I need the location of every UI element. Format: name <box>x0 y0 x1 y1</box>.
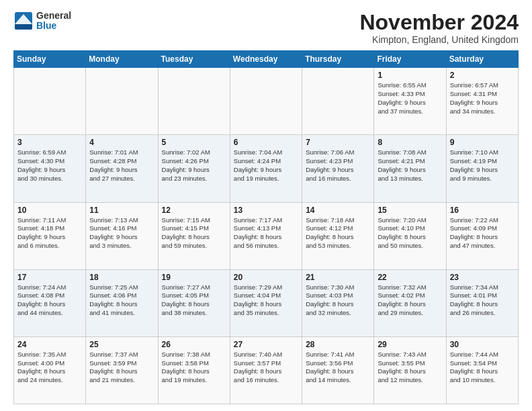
calendar-cell: 12Sunrise: 7:15 AM Sunset: 4:15 PM Dayli… <box>158 202 230 269</box>
day-number: 24 <box>17 340 82 349</box>
calendar-cell: 21Sunrise: 7:30 AM Sunset: 4:03 PM Dayli… <box>302 269 374 336</box>
day-info: Sunrise: 7:35 AM Sunset: 4:00 PM Dayligh… <box>17 351 82 385</box>
calendar-cell: 30Sunrise: 7:44 AM Sunset: 3:54 PM Dayli… <box>446 336 518 404</box>
weekday-header: Sunday <box>14 51 86 68</box>
calendar-body: 1Sunrise: 6:55 AM Sunset: 4:33 PM Daylig… <box>14 68 519 404</box>
day-number: 9 <box>450 138 515 147</box>
day-info: Sunrise: 7:32 AM Sunset: 4:02 PM Dayligh… <box>378 283 442 318</box>
day-number: 11 <box>89 205 154 215</box>
day-info: Sunrise: 7:10 AM Sunset: 4:19 PM Dayligh… <box>450 148 515 183</box>
title-section: November 2024 Kimpton, England, United K… <box>359 11 519 45</box>
calendar-cell: 22Sunrise: 7:32 AM Sunset: 4:02 PM Dayli… <box>374 269 446 336</box>
day-info: Sunrise: 7:13 AM Sunset: 4:16 PM Dayligh… <box>89 216 154 250</box>
day-info: Sunrise: 6:55 AM Sunset: 4:33 PM Dayligh… <box>378 81 442 116</box>
calendar-cell: 17Sunrise: 7:24 AM Sunset: 4:08 PM Dayli… <box>14 269 86 336</box>
calendar-cell: 26Sunrise: 7:38 AM Sunset: 3:58 PM Dayli… <box>158 336 230 404</box>
calendar-cell: 13Sunrise: 7:17 AM Sunset: 4:13 PM Dayli… <box>230 202 302 269</box>
day-info: Sunrise: 7:20 AM Sunset: 4:10 PM Dayligh… <box>378 216 442 250</box>
day-number: 28 <box>306 340 370 349</box>
calendar-week: 17Sunrise: 7:24 AM Sunset: 4:08 PM Dayli… <box>14 269 519 336</box>
day-info: Sunrise: 7:18 AM Sunset: 4:12 PM Dayligh… <box>306 216 370 250</box>
day-number: 25 <box>89 340 154 349</box>
calendar-cell: 2Sunrise: 6:57 AM Sunset: 4:31 PM Daylig… <box>446 68 518 135</box>
calendar-cell: 11Sunrise: 7:13 AM Sunset: 4:16 PM Dayli… <box>86 202 158 269</box>
day-number: 7 <box>306 138 370 147</box>
day-number: 16 <box>450 205 515 215</box>
day-number: 20 <box>234 273 298 282</box>
day-info: Sunrise: 7:34 AM Sunset: 4:01 PM Dayligh… <box>450 283 515 318</box>
day-info: Sunrise: 7:41 AM Sunset: 3:56 PM Dayligh… <box>306 351 370 385</box>
calendar-cell: 15Sunrise: 7:20 AM Sunset: 4:10 PM Dayli… <box>374 202 446 269</box>
day-number: 18 <box>89 273 154 282</box>
location: Kimpton, England, United Kingdom <box>359 34 519 45</box>
header: General Blue November 2024 Kimpton, Engl… <box>13 11 519 45</box>
calendar-cell: 28Sunrise: 7:41 AM Sunset: 3:56 PM Dayli… <box>302 336 374 404</box>
day-info: Sunrise: 7:30 AM Sunset: 4:03 PM Dayligh… <box>306 283 370 318</box>
calendar-cell: 27Sunrise: 7:40 AM Sunset: 3:57 PM Dayli… <box>230 336 302 404</box>
calendar-cell: 19Sunrise: 7:27 AM Sunset: 4:05 PM Dayli… <box>158 269 230 336</box>
calendar-cell <box>230 68 302 135</box>
day-number: 19 <box>162 273 226 282</box>
day-info: Sunrise: 7:27 AM Sunset: 4:05 PM Dayligh… <box>162 283 226 318</box>
day-number: 10 <box>17 205 82 215</box>
calendar-cell: 3Sunrise: 6:59 AM Sunset: 4:30 PM Daylig… <box>14 135 86 202</box>
day-number: 6 <box>234 138 298 147</box>
calendar-cell: 24Sunrise: 7:35 AM Sunset: 4:00 PM Dayli… <box>14 336 86 404</box>
day-number: 29 <box>378 340 442 349</box>
day-number: 23 <box>450 273 515 282</box>
day-info: Sunrise: 7:43 AM Sunset: 3:55 PM Dayligh… <box>378 351 442 385</box>
calendar-cell: 4Sunrise: 7:01 AM Sunset: 4:28 PM Daylig… <box>86 135 158 202</box>
svg-rect-2 <box>15 24 32 30</box>
day-number: 8 <box>378 138 442 147</box>
calendar-cell: 16Sunrise: 7:22 AM Sunset: 4:09 PM Dayli… <box>446 202 518 269</box>
day-number: 4 <box>89 138 154 147</box>
day-number: 1 <box>378 71 442 80</box>
calendar-cell: 5Sunrise: 7:02 AM Sunset: 4:26 PM Daylig… <box>158 135 230 202</box>
month-title: November 2024 <box>359 11 519 34</box>
logo-icon <box>13 11 34 31</box>
day-number: 5 <box>162 138 226 147</box>
day-number: 3 <box>17 138 82 147</box>
calendar-week: 1Sunrise: 6:55 AM Sunset: 4:33 PM Daylig… <box>14 68 519 135</box>
calendar-cell: 14Sunrise: 7:18 AM Sunset: 4:12 PM Dayli… <box>302 202 374 269</box>
calendar-cell: 7Sunrise: 7:06 AM Sunset: 4:23 PM Daylig… <box>302 135 374 202</box>
logo-blue: Blue <box>36 21 71 31</box>
calendar-week: 24Sunrise: 7:35 AM Sunset: 4:00 PM Dayli… <box>14 336 519 404</box>
calendar-cell <box>86 68 158 135</box>
day-number: 13 <box>234 205 298 215</box>
day-info: Sunrise: 7:25 AM Sunset: 4:06 PM Dayligh… <box>89 283 154 318</box>
calendar-header: SundayMondayTuesdayWednesdayThursdayFrid… <box>14 51 519 68</box>
calendar: SundayMondayTuesdayWednesdayThursdayFrid… <box>13 50 519 404</box>
day-info: Sunrise: 7:02 AM Sunset: 4:26 PM Dayligh… <box>162 148 226 183</box>
day-info: Sunrise: 7:08 AM Sunset: 4:21 PM Dayligh… <box>378 148 442 183</box>
calendar-cell <box>14 68 86 135</box>
day-info: Sunrise: 7:17 AM Sunset: 4:13 PM Dayligh… <box>234 216 298 250</box>
day-number: 2 <box>450 71 515 80</box>
weekday-header: Saturday <box>446 51 518 68</box>
day-info: Sunrise: 7:04 AM Sunset: 4:24 PM Dayligh… <box>234 148 298 183</box>
day-info: Sunrise: 6:57 AM Sunset: 4:31 PM Dayligh… <box>450 81 515 116</box>
calendar-cell: 9Sunrise: 7:10 AM Sunset: 4:19 PM Daylig… <box>446 135 518 202</box>
weekday-header: Wednesday <box>230 51 302 68</box>
calendar-cell: 18Sunrise: 7:25 AM Sunset: 4:06 PM Dayli… <box>86 269 158 336</box>
day-number: 21 <box>306 273 370 282</box>
logo-general: General <box>36 11 71 21</box>
day-info: Sunrise: 7:11 AM Sunset: 4:18 PM Dayligh… <box>17 216 82 250</box>
day-number: 14 <box>306 205 370 215</box>
calendar-week: 10Sunrise: 7:11 AM Sunset: 4:18 PM Dayli… <box>14 202 519 269</box>
day-info: Sunrise: 7:01 AM Sunset: 4:28 PM Dayligh… <box>89 148 154 183</box>
day-number: 22 <box>378 273 442 282</box>
day-number: 26 <box>162 340 226 349</box>
day-info: Sunrise: 7:06 AM Sunset: 4:23 PM Dayligh… <box>306 148 370 183</box>
day-number: 30 <box>450 340 515 349</box>
day-info: Sunrise: 7:29 AM Sunset: 4:04 PM Dayligh… <box>234 283 298 318</box>
header-row: SundayMondayTuesdayWednesdayThursdayFrid… <box>14 51 519 68</box>
calendar-week: 3Sunrise: 6:59 AM Sunset: 4:30 PM Daylig… <box>14 135 519 202</box>
calendar-cell: 10Sunrise: 7:11 AM Sunset: 4:18 PM Dayli… <box>14 202 86 269</box>
calendar-cell: 29Sunrise: 7:43 AM Sunset: 3:55 PM Dayli… <box>374 336 446 404</box>
weekday-header: Thursday <box>302 51 374 68</box>
calendar-cell: 25Sunrise: 7:37 AM Sunset: 3:59 PM Dayli… <box>86 336 158 404</box>
day-info: Sunrise: 7:40 AM Sunset: 3:57 PM Dayligh… <box>234 351 298 385</box>
calendar-cell: 20Sunrise: 7:29 AM Sunset: 4:04 PM Dayli… <box>230 269 302 336</box>
day-info: Sunrise: 7:37 AM Sunset: 3:59 PM Dayligh… <box>89 351 154 385</box>
